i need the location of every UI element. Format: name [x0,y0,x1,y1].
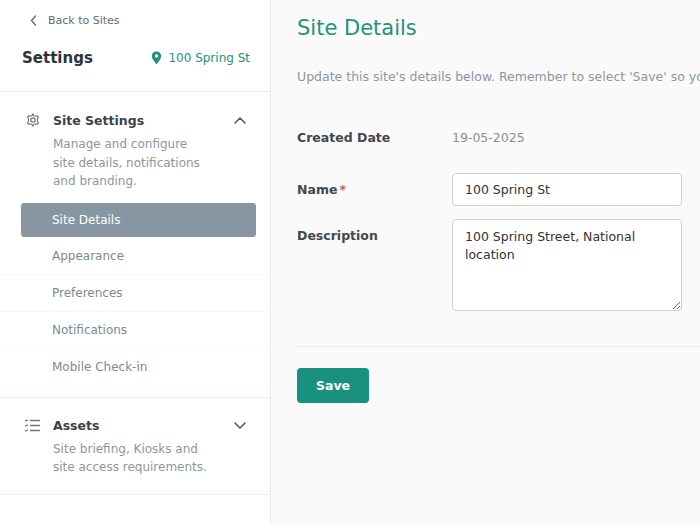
site-details-form: Created Date 19-05-2025 Name* Descriptio… [297,121,700,311]
section-assets: Assets Site briefing, Kiosks and site ac… [0,398,270,512]
sidebar-divider [0,494,270,495]
sidebar: Back to Sites Settings 100 Spring St [0,0,271,525]
section-assets-label: Assets [53,418,99,433]
required-marker: * [339,182,346,197]
chevron-left-icon [30,15,37,26]
list-icon [24,418,41,433]
section-assets-description: Site briefing, Kiosks and site access re… [53,440,212,477]
site-settings-menu: Site Details Appearance Preferences Noti… [0,203,270,386]
back-to-sites-link[interactable]: Back to Sites [0,0,270,27]
current-site-link[interactable]: 100 Spring St [151,51,250,65]
sidebar-item-preferences[interactable]: Preferences [0,275,270,312]
name-label: Name* [297,173,452,197]
sidebar-item-appearance[interactable]: Appearance [0,238,270,275]
name-row: Name* [297,173,700,206]
sidebar-header: Back to Sites Settings 100 Spring St [0,0,270,92]
sidebar-item-notifications[interactable]: Notifications [0,312,270,349]
section-site-settings-description: Manage and configure site details, notif… [53,135,212,191]
back-to-sites-label: Back to Sites [48,14,120,27]
form-divider [297,346,700,347]
settings-title: Settings [22,49,93,67]
chevron-down-icon[interactable] [234,422,246,429]
section-administrators: Administrators Manage admins for this si… [0,512,270,525]
section-site-settings: Site Settings Manage and configure site … [0,92,270,398]
main-content: Site Details Update this site's details … [271,0,700,525]
created-date-value: 19-05-2025 [452,121,525,145]
location-pin-icon [151,51,162,65]
sidebar-item-mobile-check-in[interactable]: Mobile Check-in [0,349,270,386]
current-site-name: 100 Spring St [168,51,250,65]
name-field[interactable] [452,173,682,206]
section-assets-header[interactable]: Assets [0,418,270,433]
page-subtitle: Update this site's details below. Rememb… [297,69,700,84]
page-title: Site Details [297,16,700,40]
gear-icon [24,112,41,128]
description-label: Description [297,219,452,243]
section-site-settings-header[interactable]: Site Settings [0,112,270,128]
created-date-row: Created Date 19-05-2025 [297,121,700,145]
section-site-settings-label: Site Settings [53,113,144,128]
created-date-label: Created Date [297,121,452,145]
chevron-up-icon[interactable] [234,117,246,124]
save-button[interactable]: Save [297,368,369,403]
settings-page: Back to Sites Settings 100 Spring St [0,0,700,525]
description-field[interactable]: 100 Spring Street, National location [452,219,682,311]
description-row: Description 100 Spring Street, National … [297,219,700,311]
sidebar-item-site-details[interactable]: Site Details [21,203,256,237]
